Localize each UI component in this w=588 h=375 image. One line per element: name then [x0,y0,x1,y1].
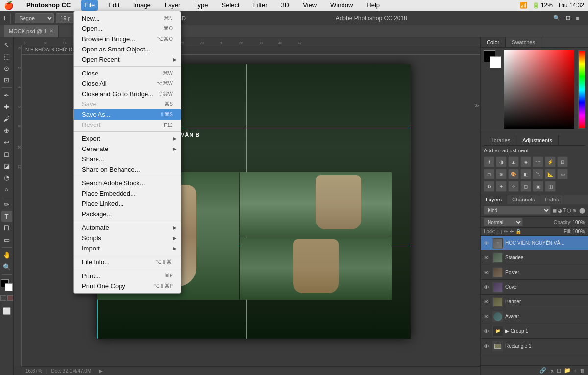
crop-tool[interactable]: ⊡ [1,75,12,85]
invert-btn[interactable]: ◧ [520,169,531,179]
channel-mixer-btn[interactable]: ⊕ [496,169,507,179]
menu-save-as[interactable]: Save As... ⇧⌘S [74,109,181,120]
font-family-select[interactable]: Segoe [15,13,54,23]
layer-menu-item[interactable]: Layer [162,0,184,11]
path-tool[interactable]: ⧠ [1,223,12,233]
menu-file-info[interactable]: File Info... ⌥⇧⌘I [74,257,181,267]
gradient-fill-btn[interactable]: ▣ [533,181,543,192]
menu-share-behance[interactable]: Share on Behance... [74,164,181,175]
layer-filter-select[interactable]: Kind Name Effect Mode Attribute Color Sm… [484,206,551,215]
menu-close[interactable]: Close ⌘W [74,68,181,78]
opacity-control[interactable]: Opacity: 100% [554,220,585,225]
standard-mode-button[interactable] [0,295,6,301]
screen-mode-button[interactable]: ⬜ [1,305,12,316]
paths-tab[interactable]: Paths [540,195,564,204]
text-orient-icon[interactable]: T [3,15,6,22]
workspaces-button[interactable]: ⊞ [564,14,572,22]
menu-print-one-copy[interactable]: Print One Copy ⌥⇧⌘P [74,281,181,291]
app-name-menu[interactable]: Photoshop CC [24,0,74,11]
lock-move-icon[interactable]: ✛ [510,229,514,234]
menu-close-bridge[interactable]: Close and Go to Bridge... ⇧⌘W [74,89,181,99]
solid-color-btn[interactable]: ◻ [520,181,531,192]
menu-package[interactable]: Package... [74,209,181,219]
menu-open[interactable]: Open... ⌘O [74,24,181,34]
menu-open-smart[interactable]: Open as Smart Object... [74,44,181,54]
background-swatch[interactable] [490,56,501,68]
eraser-tool[interactable]: ◻ [1,149,12,159]
fill-control[interactable]: Fill: 100% [564,229,585,234]
add-mask-btn[interactable]: ◻ [557,367,561,374]
new-layer-btn[interactable]: + [574,368,577,374]
color-tab[interactable]: Color [481,37,506,47]
layer-item-poster[interactable]: 👁 Poster [481,265,588,280]
layer-item-cover[interactable]: 👁 Cover [481,280,588,295]
curves-adj-btn[interactable]: ◑ [496,156,507,167]
layers-tab[interactable]: Layers [481,195,507,204]
pattern-fill-btn[interactable]: ◫ [545,181,556,192]
lock-all-icon[interactable]: 🔒 [515,229,521,234]
expand-arrow[interactable]: ▶ [99,368,103,374]
filter-adj-icon[interactable]: ◕ [558,208,562,213]
panel-collapse-button[interactable]: ≫ [473,98,480,113]
hand-tool[interactable]: 🤚 [1,250,12,260]
gradient-tool[interactable]: ◪ [1,160,12,171]
brush-tool[interactable]: 🖌 [1,113,12,124]
layer-visibility-group1[interactable]: 👁 [484,328,490,334]
delete-layer-btn[interactable]: 🗑 [580,368,585,374]
layer-visibility-avatar[interactable]: 👁 [484,314,490,320]
more-options-button[interactable]: ≡ [574,14,581,22]
filter-pixel-icon[interactable]: ◼ [553,208,557,213]
search-button[interactable]: 🔍 [551,14,562,22]
menu-generate[interactable]: Generate [74,144,181,154]
window-menu-item[interactable]: Window [327,0,356,11]
clone-tool[interactable]: ⊕ [1,125,12,136]
swatches-tab[interactable]: Swatches [506,37,541,47]
libraries-tab[interactable]: Libraries [484,135,516,145]
color-balance-btn[interactable]: ⚡ [545,156,556,167]
blend-mode-select[interactable]: Normal Multiply Screen Overlay [484,218,523,226]
levels-adj-btn[interactable]: ✦ [496,181,507,192]
text-tool[interactable]: T [1,211,12,222]
pen-tool[interactable]: ✏ [1,199,12,210]
filter-menu-item[interactable]: Filter [250,0,270,11]
select-menu-item[interactable]: Select [219,0,242,11]
lock-position-icon[interactable]: ✏ [504,229,508,234]
layer-visibility-banner[interactable]: 👁 [484,299,490,305]
image-menu-item[interactable]: Image [130,0,154,11]
blur-tool[interactable]: ◔ [1,172,12,183]
color-lookup-btn[interactable]: 🎨 [508,169,519,179]
layer-item-group1[interactable]: 👁 📁 ▶ Group 1 [481,324,588,339]
menu-export[interactable]: Export [74,133,181,144]
menu-close-all[interactable]: Close All ⌥⌘W [74,78,181,89]
gradient-map-btn[interactable]: ▭ [557,169,568,179]
edit-menu-item[interactable]: Edit [105,0,122,11]
file-menu-item[interactable]: File [81,0,98,11]
dodge-tool[interactable]: ○ [1,184,12,195]
fill-value[interactable]: 100% [572,229,585,234]
healing-tool[interactable]: ✚ [1,101,12,112]
layer-item-banner[interactable]: 👁 Banner [481,295,588,309]
menu-browse-bridge[interactable]: Browse in Bridge... ⌥⌘O [74,34,181,44]
menu-open-recent[interactable]: Open Recent [74,54,181,65]
layer-visibility-cover[interactable]: 👁 [484,284,490,290]
layer-item-hoc-vien[interactable]: 👁 T HOC VIÊN: NGUYỄN VĂ... [481,236,588,250]
zoom-tool[interactable]: 🔍 [1,261,12,272]
brightness-adj-btn[interactable]: ☀ [484,156,494,167]
vibrance-adj-btn[interactable]: ◈ [520,156,531,167]
menu-import[interactable]: Import [74,243,181,253]
filter-smart-icon[interactable]: ⊕ [572,208,576,213]
history-tool[interactable]: ↩ [1,137,12,148]
filter-text-icon[interactable]: T [563,208,566,213]
layer-visibility-poster[interactable]: 👁 [484,270,490,275]
exposure-adj-btn[interactable]: ▲ [508,156,519,167]
photo-filter-btn[interactable]: ◻ [484,169,494,179]
fg-bg-colors[interactable] [0,278,14,292]
color-spectrum[interactable] [504,50,574,129]
new-group-btn[interactable]: 📁 [564,367,571,374]
lasso-tool[interactable]: ⊙ [1,63,12,74]
hue-slider[interactable] [578,50,585,129]
channels-tab[interactable]: Channels [507,195,540,204]
3d-menu-item[interactable]: 3D [278,0,293,11]
document-tab[interactable]: MOCK.psd @ 1 ✕ [4,25,59,37]
filter-toggle[interactable]: ⬤ [579,207,585,214]
